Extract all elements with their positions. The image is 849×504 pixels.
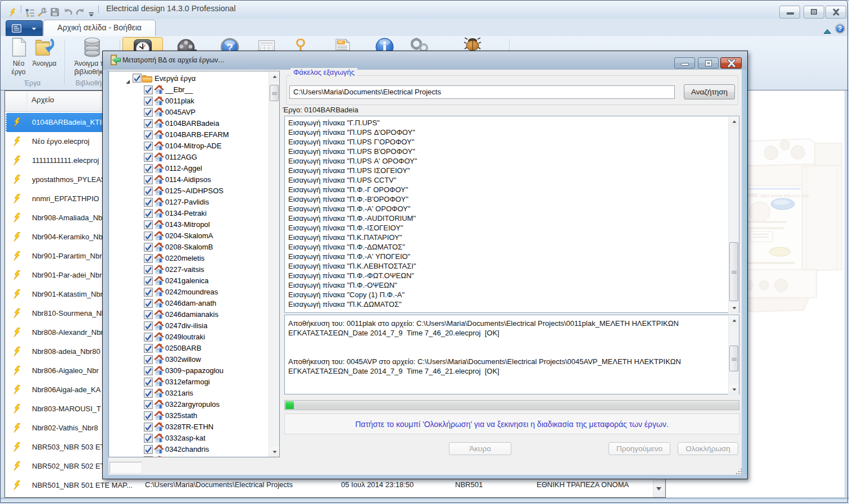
svg-text:280U 16434s 80A ILa 0.03A: 280U 16434s 80A ILa 0.03A <box>760 194 809 198</box>
svg-text:?: ? <box>226 42 233 51</box>
svg-text:?: ? <box>838 25 842 33</box>
